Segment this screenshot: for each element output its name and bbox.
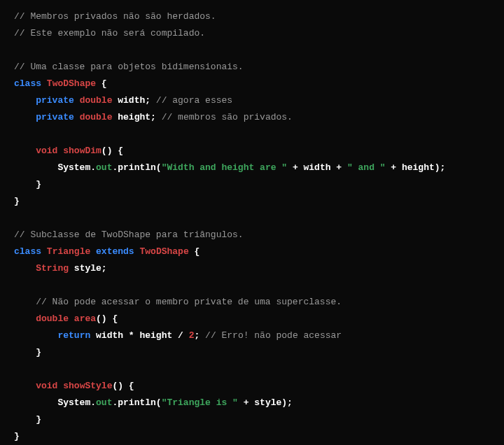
code-line: class Triangle extends TwoDShape { <box>14 243 490 260</box>
code-line: // Não pode acessar o membro private de … <box>14 294 490 311</box>
code-line <box>14 277 490 294</box>
comment-text: // Este exemplo não será compilado. <box>14 28 205 38</box>
code-line: // Membros privados não são herdados. <box>14 8 490 25</box>
code-line: String style; <box>14 260 490 277</box>
code-text: .println( <box>112 397 161 408</box>
code-block: // Membros privados não são herdados. //… <box>14 8 490 445</box>
keyword: return <box>57 330 90 341</box>
parens: () { <box>102 146 123 156</box>
comment-text: // Erro! não pode acessar <box>200 330 342 341</box>
code-line: } <box>14 344 490 361</box>
code-line <box>14 361 490 378</box>
string-literal: "Triangle is " <box>162 397 238 408</box>
brace: } <box>14 179 41 190</box>
code-line: System.out.println("Width and height are… <box>14 160 490 176</box>
code-line: void showStyle() { <box>14 378 490 395</box>
comment-text: // Não pode acessar o membro private de … <box>14 297 342 307</box>
keyword: extends <box>96 246 134 257</box>
code-line: double area() { <box>14 311 490 327</box>
code-line <box>14 42 490 59</box>
code-line: void showDim() { <box>14 143 490 160</box>
code-line <box>14 210 490 227</box>
property: out <box>96 162 112 173</box>
code-line: private double width; // agora esses <box>14 92 490 109</box>
field: width; <box>112 95 150 106</box>
type: double <box>80 95 113 106</box>
code-line: class TwoDShape { <box>14 76 490 92</box>
code-line: // Uma classe para objetos bidimensionai… <box>14 59 490 76</box>
brace: } <box>14 431 20 442</box>
comment-text: // membros são privados. <box>156 112 293 122</box>
keyword: private <box>36 112 74 122</box>
code-line: return width * height / 2; // Erro! não … <box>14 327 490 344</box>
code-line: // Este exemplo não será compilado. <box>14 25 490 42</box>
field: height; <box>112 112 155 122</box>
code-line: } <box>14 193 490 210</box>
type: double <box>36 313 69 324</box>
code-line: private double height; // membros são pr… <box>14 109 490 126</box>
type: void <box>36 146 57 156</box>
code-text: + height); <box>386 162 446 173</box>
brace: { <box>189 246 200 257</box>
string-literal: "Width and height are " <box>162 162 287 173</box>
code-text: .println( <box>112 162 161 173</box>
comment-text: // agora esses <box>150 95 232 106</box>
code-text: + width + <box>287 162 347 173</box>
class-name: TwoDShape <box>139 246 188 257</box>
code-line: // Subclasse de TwoDShape para triângulo… <box>14 227 490 243</box>
parens: () { <box>112 381 134 391</box>
keyword: class <box>14 246 41 257</box>
code-text: System. <box>14 162 96 173</box>
brace: } <box>14 414 41 425</box>
type: void <box>36 381 57 391</box>
code-text: width * height / <box>90 330 188 341</box>
property: out <box>96 397 112 408</box>
method-name: area <box>74 313 96 324</box>
brace: { <box>96 78 107 89</box>
code-text: System. <box>14 397 96 408</box>
type: double <box>80 112 113 122</box>
method-name: showStyle <box>63 381 112 391</box>
comment-text: // Membros privados não são herdados. <box>14 11 216 22</box>
comment-text: // Uma classe para objetos bidimensionai… <box>14 62 244 72</box>
parens: () { <box>96 313 118 324</box>
brace: } <box>14 196 20 206</box>
type: String <box>36 263 69 274</box>
code-line: System.out.println("Triangle is " + styl… <box>14 395 490 411</box>
field: style; <box>69 263 107 274</box>
keyword: class <box>14 78 41 89</box>
class-name: TwoDShape <box>47 78 96 89</box>
code-line: } <box>14 411 490 428</box>
method-name: showDim <box>63 146 102 156</box>
string-literal: " and " <box>347 162 386 173</box>
brace: } <box>14 347 41 358</box>
code-line: } <box>14 176 490 193</box>
code-line <box>14 126 490 143</box>
comment-text: // Subclasse de TwoDShape para triângulo… <box>14 229 244 240</box>
keyword: private <box>36 95 74 106</box>
code-line: } <box>14 428 490 445</box>
class-name: Triangle <box>47 246 90 257</box>
code-text: + style); <box>238 397 293 408</box>
